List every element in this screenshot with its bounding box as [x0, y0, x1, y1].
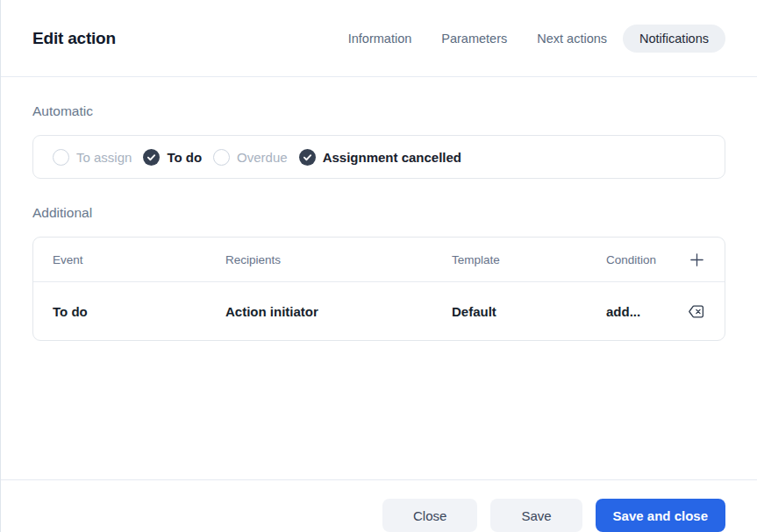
- additional-notifications-table: Event Recipients Template Condition To d…: [32, 237, 725, 341]
- save-button[interactable]: Save: [490, 499, 582, 532]
- checkbox-label: To assign: [76, 150, 132, 165]
- dialog-footer: Close Save Save and close: [1, 479, 757, 532]
- tab-parameters[interactable]: Parameters: [441, 32, 507, 46]
- check-icon: [299, 149, 316, 166]
- dialog-header: Edit action Information Parameters Next …: [1, 0, 757, 77]
- checkbox-circle-icon: [53, 149, 69, 166]
- section-label-automatic: Automatic: [32, 103, 725, 119]
- checkbox-label: Overdue: [237, 150, 288, 165]
- check-icon: [143, 149, 160, 166]
- checkbox-circle-icon: [213, 149, 230, 166]
- dialog-title: Edit action: [32, 29, 116, 48]
- checkbox-assignment-cancelled[interactable]: Assignment cancelled: [299, 149, 461, 166]
- tab-notifications[interactable]: Notifications: [623, 25, 725, 53]
- tab-information[interactable]: Information: [348, 32, 412, 46]
- dialog-content: Automatic To assign To do Overdue: [1, 103, 757, 479]
- checkbox-to-assign[interactable]: To assign: [53, 149, 132, 166]
- section-label-additional: Additional: [32, 205, 725, 221]
- plus-icon: [689, 252, 705, 268]
- checkbox-overdue[interactable]: Overdue: [213, 149, 288, 166]
- add-row-button[interactable]: [689, 252, 705, 268]
- cell-recipients[interactable]: Action initiator: [225, 304, 452, 319]
- checkbox-label: To do: [167, 150, 202, 165]
- save-and-close-button[interactable]: Save and close: [596, 499, 725, 532]
- cell-event[interactable]: To do: [53, 304, 225, 319]
- column-header-event: Event: [53, 253, 225, 266]
- cell-condition-add-link[interactable]: add...: [606, 304, 684, 319]
- checkbox-label: Assignment cancelled: [323, 150, 461, 165]
- delete-row-button[interactable]: [687, 302, 705, 321]
- table-row: To do Action initiator Default add...: [33, 282, 725, 340]
- edit-action-dialog: Edit action Information Parameters Next …: [0, 0, 757, 532]
- automatic-options-card: To assign To do Overdue Assignment cance…: [32, 135, 725, 179]
- column-header-recipients: Recipients: [225, 253, 452, 266]
- checkbox-to-do[interactable]: To do: [143, 149, 202, 166]
- cell-template[interactable]: Default: [452, 304, 606, 319]
- column-header-template: Template: [452, 253, 606, 266]
- tab-bar: Information Parameters Next actions Noti…: [348, 25, 725, 53]
- table-header-row: Event Recipients Template Condition: [33, 238, 725, 282]
- close-button[interactable]: Close: [382, 499, 477, 532]
- column-header-condition: Condition: [606, 253, 684, 266]
- backspace-icon: [687, 302, 705, 321]
- tab-next-actions[interactable]: Next actions: [537, 32, 607, 46]
